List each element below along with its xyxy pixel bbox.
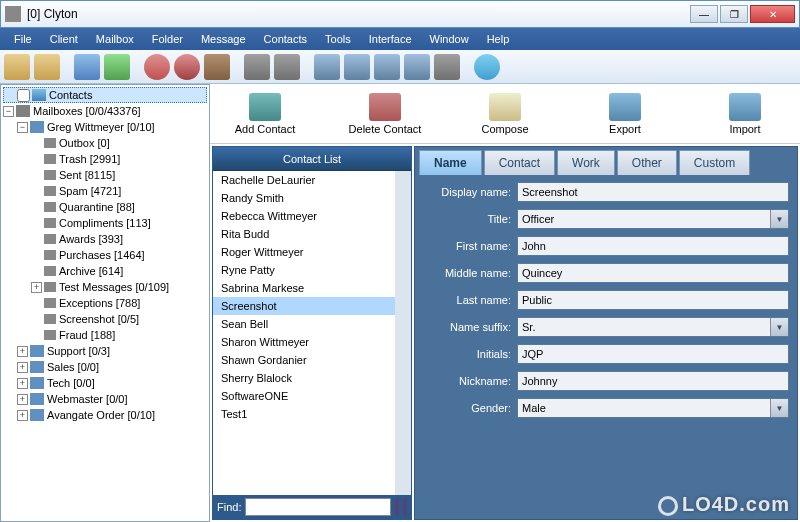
tree-folder[interactable]: Fraud [188] [3, 327, 207, 343]
last-name-field[interactable] [517, 290, 789, 310]
tree-folder[interactable]: Sent [8115] [3, 167, 207, 183]
menu-file[interactable]: File [6, 30, 40, 48]
tab-custom[interactable]: Custom [679, 150, 750, 175]
tree-folder[interactable]: +Sales [0/0] [3, 359, 207, 375]
tree-folder[interactable]: Outbox [0] [3, 135, 207, 151]
menu-message[interactable]: Message [193, 30, 254, 48]
expand-icon[interactable]: + [17, 410, 28, 421]
list-item[interactable]: Randy Smith [213, 189, 395, 207]
menu-help[interactable]: Help [479, 30, 518, 48]
toolbar-btn-13[interactable] [404, 54, 430, 80]
menu-tools[interactable]: Tools [317, 30, 359, 48]
tab-contact[interactable]: Contact [484, 150, 555, 175]
contact-list-panel: Contact List Rachelle DeLaurierRandy Smi… [212, 146, 412, 520]
list-item[interactable]: Screenshot [213, 297, 395, 315]
folder-tree[interactable]: Contacts − Mailboxes [0/0/43376] − Greg … [0, 84, 210, 522]
find-prev-button[interactable] [395, 498, 399, 516]
toolbar-btn-2[interactable] [34, 54, 60, 80]
maximize-button[interactable]: ❐ [720, 5, 748, 23]
find-input[interactable] [245, 498, 391, 516]
tree-folder-label: Sent [8115] [59, 169, 115, 181]
expand-icon[interactable]: + [17, 394, 28, 405]
close-button[interactable]: ✕ [750, 5, 795, 23]
tree-folder[interactable]: Quarantine [88] [3, 199, 207, 215]
list-item[interactable]: Roger Wittmeyer [213, 243, 395, 261]
title-select[interactable]: Officer▼ [517, 209, 789, 229]
menu-folder[interactable]: Folder [144, 30, 191, 48]
list-item[interactable]: Shawn Gordanier [213, 351, 395, 369]
toolbar-btn-10[interactable] [314, 54, 340, 80]
toolbar-btn-14[interactable] [434, 54, 460, 80]
suffix-select[interactable]: Sr.▼ [517, 317, 789, 337]
toolbar-btn-12[interactable] [374, 54, 400, 80]
toolbar-btn-6[interactable] [174, 54, 200, 80]
add-contact-button[interactable]: Add Contact [220, 93, 310, 135]
toolbar-btn-9[interactable] [274, 54, 300, 80]
list-item[interactable]: Sean Bell [213, 315, 395, 333]
toolbar-btn-5[interactable] [144, 54, 170, 80]
middle-name-field[interactable] [517, 263, 789, 283]
import-button[interactable]: Import [700, 93, 790, 135]
expand-icon[interactable]: + [17, 362, 28, 373]
tab-work[interactable]: Work [557, 150, 615, 175]
find-next-button[interactable] [403, 498, 407, 516]
minimize-button[interactable]: — [690, 5, 718, 23]
list-item[interactable]: Rebecca Wittmeyer [213, 207, 395, 225]
tree-folder[interactable]: Exceptions [788] [3, 295, 207, 311]
list-item[interactable]: Rachelle DeLaurier [213, 171, 395, 189]
toolbar-btn-7[interactable] [204, 54, 230, 80]
list-item[interactable]: Rita Budd [213, 225, 395, 243]
list-item[interactable]: SoftwareONE [213, 387, 395, 405]
toolbar-help-icon[interactable] [474, 54, 500, 80]
contact-list[interactable]: Rachelle DeLaurierRandy SmithRebecca Wit… [213, 171, 411, 495]
tree-folder[interactable]: Spam [4721] [3, 183, 207, 199]
tree-mailboxes[interactable]: − Mailboxes [0/0/43376] [3, 103, 207, 119]
collapse-icon[interactable]: − [17, 122, 28, 133]
tree-folder[interactable]: Awards [393] [3, 231, 207, 247]
tree-folder-label: Spam [4721] [59, 185, 121, 197]
tree-contacts[interactable]: Contacts [3, 87, 207, 103]
expand-icon[interactable]: + [17, 346, 28, 357]
tree-folder-label: Awards [393] [59, 233, 123, 245]
list-item[interactable]: Test1 [213, 405, 395, 423]
toolbar-btn-1[interactable] [4, 54, 30, 80]
toolbar-btn-11[interactable] [344, 54, 370, 80]
menu-window[interactable]: Window [422, 30, 477, 48]
list-item[interactable]: Sabrina Markese [213, 279, 395, 297]
tree-folder[interactable]: Trash [2991] [3, 151, 207, 167]
menu-interface[interactable]: Interface [361, 30, 420, 48]
list-item[interactable]: Sharon Wittmeyer [213, 333, 395, 351]
tree-folder[interactable]: +Avangate Order [0/10] [3, 407, 207, 423]
collapse-icon[interactable]: − [3, 106, 14, 117]
tree-folder[interactable]: Purchases [1464] [3, 247, 207, 263]
toolbar-btn-4[interactable] [104, 54, 130, 80]
tree-folder[interactable]: +Webmaster [0/0] [3, 391, 207, 407]
menu-mailbox[interactable]: Mailbox [88, 30, 142, 48]
tree-folder[interactable]: +Support [0/3] [3, 343, 207, 359]
first-name-field[interactable] [517, 236, 789, 256]
gender-select[interactable]: Male▼ [517, 398, 789, 418]
tree-folder[interactable]: Archive [614] [3, 263, 207, 279]
compose-button[interactable]: Compose [460, 93, 550, 135]
menu-contacts[interactable]: Contacts [256, 30, 315, 48]
tree-folder[interactable]: +Tech [0/0] [3, 375, 207, 391]
toolbar-btn-3[interactable] [74, 54, 100, 80]
display-name-field[interactable] [517, 182, 789, 202]
toolbar-btn-8[interactable] [244, 54, 270, 80]
delete-contact-button[interactable]: Delete Contact [340, 93, 430, 135]
nickname-field[interactable] [517, 371, 789, 391]
tree-account[interactable]: − Greg Wittmeyer [0/10] [3, 119, 207, 135]
tab-name[interactable]: Name [419, 150, 482, 175]
initials-field[interactable] [517, 344, 789, 364]
tab-other[interactable]: Other [617, 150, 677, 175]
expand-icon[interactable]: + [31, 282, 42, 293]
menu-client[interactable]: Client [42, 30, 86, 48]
tree-folder[interactable]: Compliments [113] [3, 215, 207, 231]
expand-icon[interactable]: + [17, 378, 28, 389]
list-item[interactable]: Sherry Blalock [213, 369, 395, 387]
export-button[interactable]: Export [580, 93, 670, 135]
contacts-checkbox[interactable] [17, 89, 30, 102]
tree-folder[interactable]: Screenshot [0/5] [3, 311, 207, 327]
tree-folder[interactable]: +Test Messages [0/109] [3, 279, 207, 295]
list-item[interactable]: Ryne Patty [213, 261, 395, 279]
